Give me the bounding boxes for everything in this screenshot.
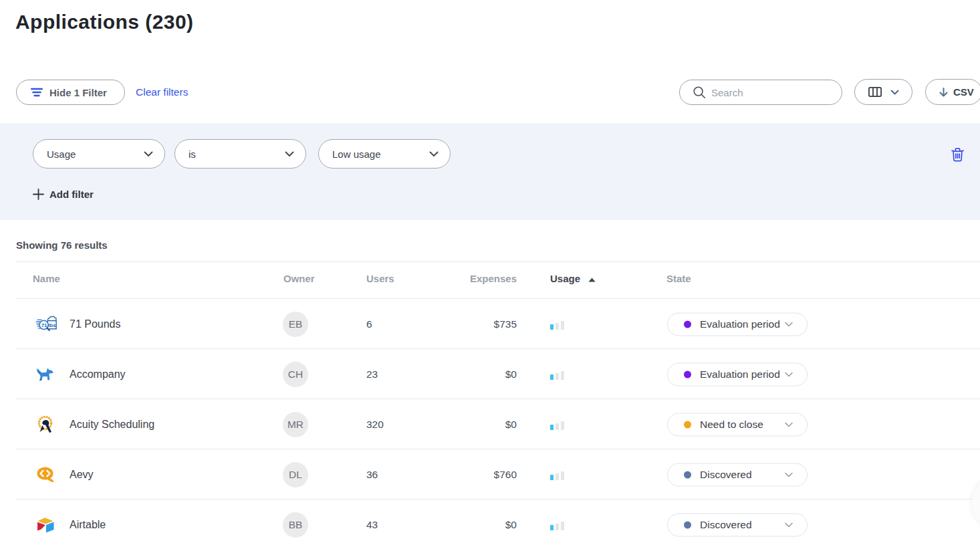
svg-text:lbs: lbs — [49, 322, 56, 328]
svg-text:71: 71 — [41, 322, 47, 328]
